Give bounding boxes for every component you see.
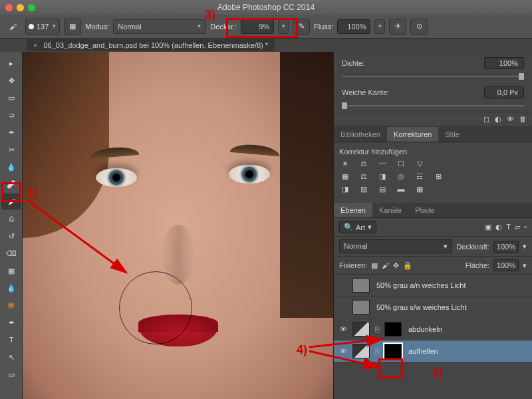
svg-line-1 — [309, 339, 382, 347]
annotation-arrows — [0, 0, 532, 399]
svg-line-2 — [309, 351, 379, 367]
svg-line-0 — [27, 200, 126, 273]
